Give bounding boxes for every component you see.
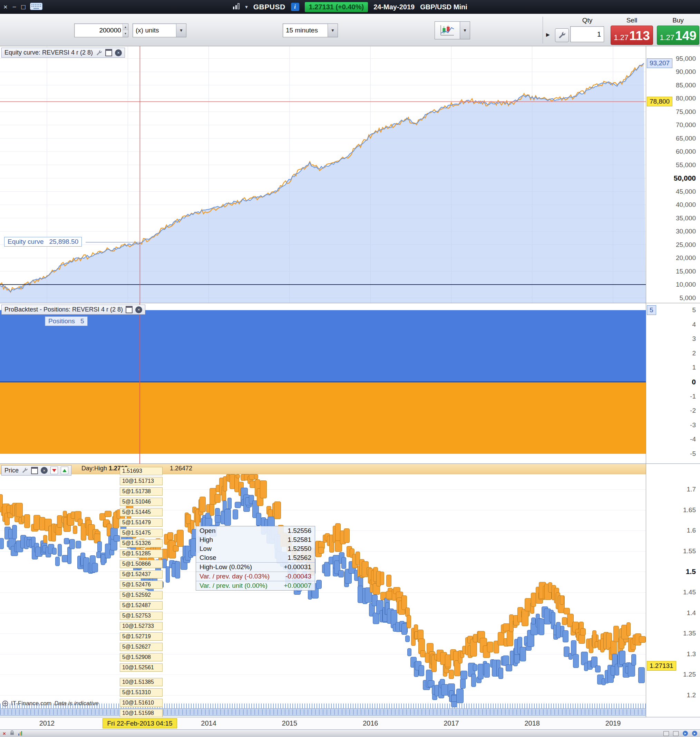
position-entry-label: 5@1.52908 xyxy=(120,653,163,661)
stepper-up-icon[interactable]: ▲ xyxy=(123,24,128,30)
symbol-dropdown-arrow[interactable]: ▾ xyxy=(245,4,248,10)
ohlc-tooltip: Open1.52556High1.52581Low1.52550Close1.5… xyxy=(196,526,315,591)
order-qty-field[interactable] xyxy=(570,26,604,42)
axis-label: 1.35 xyxy=(683,629,696,637)
candle-down xyxy=(175,561,180,578)
positions-title-text: ProBacktest - Positions: REVERSI 4 r (2 … xyxy=(4,306,123,313)
delete-icon[interactable]: × xyxy=(3,731,6,736)
wrench-icon[interactable] xyxy=(96,49,103,56)
crosshair-date-label: Fri 22-Feb-2013 04:15 xyxy=(103,718,177,728)
sell-price-small: 1.27 xyxy=(614,33,629,42)
candle-up xyxy=(380,572,384,585)
order-panel-expander-icon[interactable]: ▶ xyxy=(546,32,550,37)
sell-button[interactable]: 1.27 113 xyxy=(610,25,653,45)
axis-label: 1.65 xyxy=(683,506,696,514)
window-icon[interactable] xyxy=(31,467,38,474)
axis-label: 80,000 xyxy=(676,94,696,102)
axis-label: 20,000 xyxy=(676,254,696,262)
time-axis: 2012201420152016201720182019 Fri 22-Feb-… xyxy=(0,717,700,730)
qty-label: Qty xyxy=(566,16,609,24)
info-icon[interactable]: i xyxy=(291,3,299,11)
position-entry-label: 5@1.51326 xyxy=(120,539,163,547)
tooltip-row: Low1.52550 xyxy=(196,544,315,553)
price-panel: Day:High 1.2703 1.26472 1.51693 Price × … xyxy=(0,463,700,717)
scroll-down-icon[interactable] xyxy=(50,467,58,474)
candle-down xyxy=(69,539,75,549)
buy-button[interactable]: 1.27 149 xyxy=(657,25,699,45)
position-entry-label: 5@1.52487 xyxy=(120,601,163,610)
wrench-icon xyxy=(558,31,566,39)
horizontal-scrollbar[interactable] xyxy=(0,708,646,716)
position-entry-label: 5@1.52627 xyxy=(120,643,163,651)
candle-up xyxy=(507,630,513,646)
year-label: 2019 xyxy=(606,719,621,727)
chart-type-group: ▼ xyxy=(435,21,470,39)
positions-zero-line xyxy=(0,382,646,382)
axis-label: 25,000 xyxy=(676,241,696,249)
axis-label: 15,000 xyxy=(676,268,696,275)
timeframe-select[interactable]: 15 minutes ▼ xyxy=(283,24,338,37)
session-date-label: 24-May-2019 xyxy=(374,3,415,11)
axis-label: 5 xyxy=(692,306,696,314)
chart-type-dropdown-icon[interactable]: ▼ xyxy=(460,21,470,39)
price-footer: IT-Finance.com Data is indicative xyxy=(2,700,99,707)
positions-legend-label: Positions xyxy=(49,317,75,325)
candle-down xyxy=(473,664,477,671)
candle-down xyxy=(224,509,231,526)
quantity-stepper[interactable]: ▲ ▼ xyxy=(122,24,128,37)
axis-label: 5,000 xyxy=(679,294,696,302)
title-bar-center: ▾ GBPUSD i 1.27131 (+0.40%) 24-May-2019 … xyxy=(0,0,700,14)
layout-icon[interactable] xyxy=(663,731,669,736)
order-qty-input[interactable] xyxy=(571,27,604,42)
units-select[interactable]: (x) units ▼ xyxy=(132,24,187,37)
candle-up xyxy=(613,626,619,642)
tooltip-value: 1.52550 xyxy=(288,545,311,553)
footer-note: Data is indicative xyxy=(54,700,99,707)
axis-label: -1 xyxy=(690,393,696,400)
tooltip-label: Low xyxy=(200,545,212,553)
close-icon[interactable]: × xyxy=(41,467,48,474)
position-entry-label: 5@1.51046 xyxy=(120,498,163,506)
screenshot-icon[interactable] xyxy=(673,731,679,736)
forward-icon[interactable] xyxy=(692,731,697,736)
symbol-label[interactable]: GBPUSD xyxy=(253,3,285,11)
equity-level-marker: 78,800 xyxy=(647,97,672,106)
year-label: 2014 xyxy=(201,719,216,727)
quantity-field[interactable]: ▲ ▼ xyxy=(74,24,128,37)
close-icon[interactable]: × xyxy=(135,306,142,313)
wrench-icon[interactable] xyxy=(21,467,28,474)
candle-down xyxy=(64,538,69,544)
position-entry-label: 10@1.51598 xyxy=(120,709,163,717)
buy-price-small: 1.27 xyxy=(660,33,675,42)
candle-up xyxy=(639,636,646,643)
positions-legend: Positions 5 xyxy=(45,316,88,326)
tooltip-value: +0.00031 xyxy=(284,563,311,571)
scroll-up-icon[interactable] xyxy=(61,467,68,474)
timeframe-dropdown-icon[interactable]: ▼ xyxy=(328,24,338,37)
tooltip-label: Var. / prev. unit (0.00%) xyxy=(200,582,268,590)
units-dropdown-icon[interactable]: ▼ xyxy=(176,24,186,37)
position-entry-label: 5@1.51445 xyxy=(120,508,163,516)
bar-chart-icon[interactable] xyxy=(18,731,22,736)
play-icon[interactable] xyxy=(683,731,688,736)
candle-up xyxy=(560,595,564,605)
tooltip-row: Var. / prev. unit (0.00%)+0.00007 xyxy=(196,581,315,590)
candle-down xyxy=(595,666,601,672)
candle-down xyxy=(419,665,424,676)
quantity-input[interactable] xyxy=(75,24,122,37)
position-entry-label: 10@1.51610 xyxy=(120,699,163,707)
window-icon[interactable] xyxy=(105,49,112,56)
stepper-down-icon[interactable]: ▼ xyxy=(123,30,128,37)
candle-down xyxy=(55,557,60,566)
tooltip-label: Var. / prev. day (-0.03%) xyxy=(200,573,269,580)
price-panel-title: Price × xyxy=(1,465,71,476)
order-settings-button[interactable] xyxy=(555,28,569,42)
candle-down xyxy=(316,580,322,589)
lock-icon[interactable] xyxy=(10,730,14,737)
axis-label: 3 xyxy=(692,335,696,343)
positions-long-area xyxy=(0,310,646,382)
close-icon[interactable]: × xyxy=(115,49,122,56)
chart-type-button[interactable] xyxy=(435,21,460,39)
candle-down xyxy=(166,566,170,583)
window-icon[interactable] xyxy=(126,306,132,313)
